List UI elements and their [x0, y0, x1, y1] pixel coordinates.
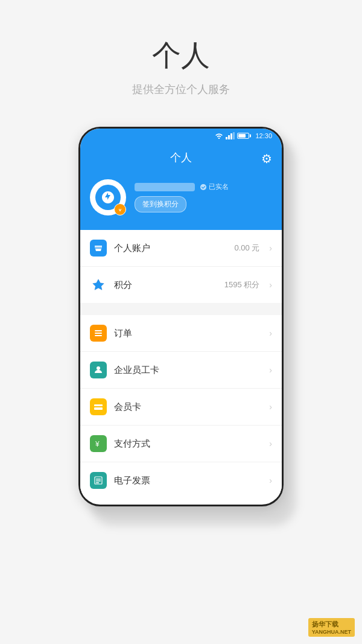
- orders-icon: [94, 328, 103, 338]
- payment-chevron: ›: [269, 439, 272, 448]
- status-time: 12:30: [255, 132, 272, 139]
- employee-card-icon-wrap: [90, 362, 107, 378]
- settings-button[interactable]: ⚙: [261, 151, 272, 166]
- header-title: 个人: [170, 150, 192, 165]
- svg-point-5: [97, 366, 100, 370]
- menu-item-payment[interactable]: ¥ 支付方式 ›: [80, 426, 282, 462]
- svg-marker-1: [93, 279, 104, 290]
- membership-icon: [94, 402, 103, 412]
- wifi-icon: [215, 133, 223, 139]
- account-label: 个人账户: [114, 243, 227, 254]
- orders-icon-wrap: [90, 325, 107, 342]
- menu-section-2: 订单 › 企业员工卡 ›: [80, 315, 282, 499]
- membership-label: 会员卡: [114, 401, 252, 413]
- verified-icon: [200, 183, 207, 191]
- svg-rect-12: [96, 482, 99, 483]
- user-info: 已实名 签到换积分: [135, 182, 272, 212]
- status-icons: [215, 132, 249, 139]
- menu-section-1: 个人账户 0.00 元 › 积分 1595 积分 ›: [80, 230, 282, 303]
- membership-chevron: ›: [269, 402, 272, 412]
- user-name-blurred: [135, 183, 195, 191]
- logo-icon: [100, 189, 116, 206]
- svg-rect-4: [95, 335, 102, 336]
- user-profile: v 已实名 签到换积分: [80, 174, 282, 230]
- menu-item-orders[interactable]: 订单 ›: [80, 315, 282, 352]
- points-value: 1595 积分: [224, 279, 260, 290]
- svg-rect-7: [94, 407, 103, 410]
- menu-item-invoice[interactable]: 电子发票 ›: [80, 462, 282, 499]
- svg-text:¥: ¥: [95, 440, 100, 448]
- checkin-button[interactable]: 签到换积分: [135, 196, 186, 212]
- battery-icon: [237, 133, 249, 139]
- status-bar: 12:30: [80, 129, 282, 143]
- verified-badge: 已实名: [200, 182, 229, 191]
- account-icon: [94, 243, 103, 253]
- app-header: 个人 ⚙: [80, 143, 282, 174]
- orders-label: 订单: [114, 328, 252, 339]
- signal-icon: [226, 132, 235, 139]
- content-area: 个人账户 0.00 元 › 积分 1595 积分 ›: [80, 230, 282, 499]
- orders-chevron: ›: [269, 328, 272, 338]
- invoice-icon-wrap: [90, 472, 107, 489]
- payment-icon: ¥: [94, 439, 103, 448]
- account-icon-wrap: [90, 240, 107, 257]
- svg-rect-6: [94, 404, 103, 406]
- watermark: 扬华下载 YANGHUA.NET: [308, 618, 355, 637]
- membership-icon-wrap: [90, 398, 107, 415]
- employee-card-icon: [94, 365, 103, 375]
- points-icon-wrap: [90, 276, 107, 293]
- account-chevron: ›: [269, 243, 272, 253]
- menu-item-membership[interactable]: 会员卡 ›: [80, 389, 282, 426]
- payment-label: 支付方式: [114, 438, 252, 450]
- points-chevron: ›: [269, 280, 272, 290]
- svg-rect-3: [95, 333, 102, 334]
- account-value: 0.00 元: [234, 243, 259, 253]
- invoice-icon: [94, 476, 103, 485]
- svg-point-0: [200, 184, 206, 190]
- avatar-container: v: [90, 179, 126, 215]
- page-big-title: 个人: [152, 36, 210, 75]
- employee-card-chevron: ›: [269, 365, 272, 375]
- section-divider: [80, 309, 282, 315]
- points-icon: [92, 278, 105, 292]
- payment-icon-wrap: ¥: [90, 435, 107, 452]
- menu-item-points[interactable]: 积分 1595 积分 ›: [80, 267, 282, 303]
- menu-item-employee-card[interactable]: 企业员工卡 ›: [80, 352, 282, 389]
- vip-badge: v: [114, 203, 126, 215]
- menu-item-account[interactable]: 个人账户 0.00 元 ›: [80, 230, 282, 267]
- invoice-chevron: ›: [269, 476, 272, 485]
- top-section: 个人 提供全方位个人服务: [0, 0, 362, 121]
- user-name-row: 已实名: [135, 182, 272, 191]
- svg-rect-10: [96, 479, 101, 480]
- employee-card-label: 企业员工卡: [114, 365, 252, 376]
- svg-rect-2: [95, 330, 102, 331]
- phone-mockup: 12:30 个人 ⚙ v: [78, 127, 284, 506]
- page-subtitle: 提供全方位个人服务: [132, 82, 230, 97]
- svg-rect-11: [96, 480, 101, 482]
- phone-frame: 12:30 个人 ⚙ v: [78, 127, 284, 506]
- points-label: 积分: [114, 279, 217, 291]
- invoice-label: 电子发票: [114, 475, 252, 486]
